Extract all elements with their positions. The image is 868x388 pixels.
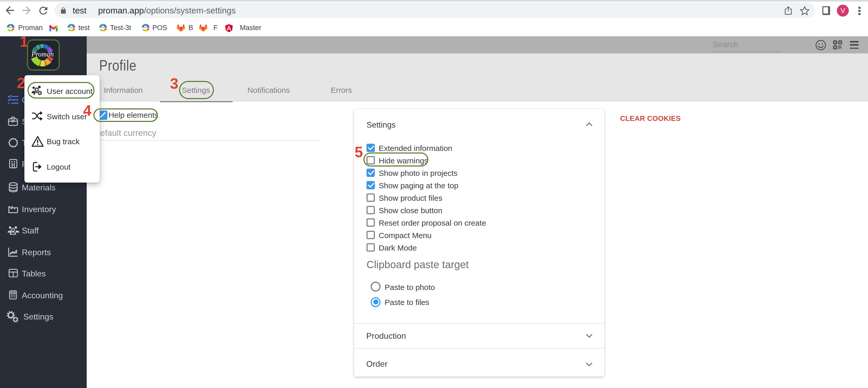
svg-text:Proman: Proman (31, 50, 54, 58)
